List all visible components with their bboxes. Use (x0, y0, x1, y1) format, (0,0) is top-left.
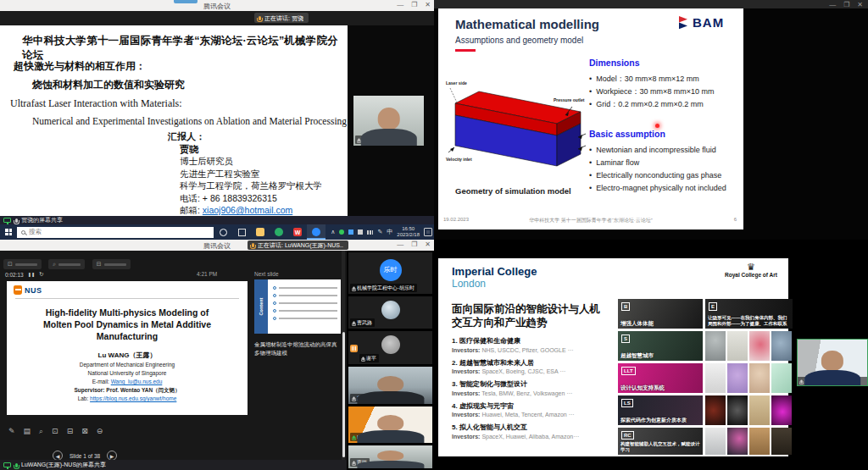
monitor-off-icon[interactable]: ⊠ (81, 427, 97, 435)
restart-timer-button[interactable]: ↻ (39, 271, 43, 278)
more-icon[interactable]: ⊖ (97, 427, 112, 435)
shared-slide-modelling: Mathematical modelling Assumptions and g… (438, 8, 743, 229)
scrollbar-thumb[interactable] (342, 332, 345, 457)
minimize-button[interactable]: — (829, 1, 836, 9)
chat-icon (275, 228, 283, 236)
lab-link[interactable]: https://blog.nus.edu.sg/yanwt/home (90, 395, 176, 401)
avatar (381, 335, 400, 354)
slide-subtitle-en-2: Numerical and Experimental Investigation… (32, 116, 347, 126)
window-controls: — ❐ ✕ (829, 1, 863, 9)
author-email-line: E-mail: Wang_lu@u.nus.edu (7, 378, 248, 386)
screen-share-banner: LuWANG(王露)-NUS的屏幕共享 (0, 460, 347, 470)
assumption-item: Laminar flow (589, 157, 726, 169)
email-link[interactable]: Wang_lu@u.nus.edu (111, 379, 163, 384)
webcam-tile-jiaxiao[interactable]: 贾骁 (353, 96, 424, 146)
presenter-phone: 电话: + 86 18839326315 (180, 192, 322, 205)
share-screen-icon (3, 462, 11, 467)
slide-footer: 19.02.2023 华中科技大学 第十一届国际青年学者“东湖论坛·云论坛” 6 (438, 217, 743, 224)
folder-icon (256, 228, 264, 236)
close-button[interactable]: ✕ (857, 1, 863, 9)
participant-tile[interactable]: 贾骁 (348, 445, 432, 468)
participant-name-label: 谢平 (359, 354, 379, 362)
lab-line: Lab: https://blog.nus.edu.sg/yanwt/home (7, 395, 248, 403)
photo-thumbnail (727, 428, 748, 455)
tray-blue-icon[interactable] (348, 229, 353, 235)
photo-thumbnail (749, 395, 770, 425)
mic-icon (353, 286, 354, 290)
display-settings-button[interactable]: ⊟ (92, 259, 131, 269)
cortana-button[interactable] (214, 224, 232, 240)
wechat-button[interactable] (270, 224, 288, 240)
nus-logo: NUS (14, 285, 42, 295)
presentation-timer: 0:02:13 ❚❚ ↻ (5, 271, 44, 278)
task-view-button[interactable] (232, 224, 251, 240)
meeting-app-button[interactable] (307, 224, 326, 240)
slide-subtitle-en-1: Ultrafast Laser Interaction with Materia… (10, 97, 182, 110)
minimize-button[interactable]: — (397, 1, 403, 9)
photo-thumbnail (705, 395, 726, 425)
slideshow-button[interactable]: ⊡ (3, 259, 42, 269)
maximize-button[interactable]: ❐ (411, 241, 417, 249)
tray-device-icon[interactable] (358, 229, 363, 235)
slide-subtitle-cn-1: 超快激光与材料的相互作用： (14, 59, 146, 74)
close-button[interactable]: ✕ (425, 241, 431, 249)
meeting-icon (312, 228, 320, 236)
maximize-button[interactable]: ❐ (411, 1, 417, 9)
geometry-diagram: Laser side Pressure outlet Velocity inle… (445, 59, 587, 185)
zoom-tool-button[interactable]: ⌕ (48, 259, 85, 269)
wps-button[interactable]: W (288, 224, 307, 240)
network-icon[interactable] (367, 230, 373, 235)
taskbar-search-input[interactable]: 搜索 (17, 227, 214, 238)
slide-title: 面向国际前沿的智能设计与人机 交互方向和产业趋势 (452, 302, 600, 330)
annotation-toolbar: ✎▤⌕⊡⊟⊠⊖ (8, 427, 111, 436)
taskbar-clock[interactable]: 16:50 2023/2/18 (397, 226, 420, 238)
close-button[interactable]: ✕ (425, 1, 431, 9)
maximize-button[interactable]: ❐ (843, 1, 849, 9)
author-details: Department of Mechanical Engineering Nat… (7, 361, 248, 403)
webcam-tile-jiangyu[interactable]: 江舆 (797, 339, 868, 386)
photo-thumbnail (727, 331, 748, 361)
hand-raised-icon (350, 345, 358, 352)
speaking-indicator: 正在讲话: 贾骁 (254, 13, 309, 23)
photo-thumbnail (705, 428, 726, 455)
imperial-logo-line2: London (452, 278, 486, 290)
slide-subtitle: Assumptions and geometry model (455, 36, 583, 45)
mic-icon (252, 243, 254, 247)
participant-tile[interactable]: 谢平 (348, 331, 432, 364)
participant-video-list: 乐时 机械学院工程中心-胡乐时 曹武路 谢平 孟祥明 LuWANG(王露)-N.… (347, 251, 434, 470)
bam-logo-icon (678, 16, 689, 30)
share-screen-icon (3, 218, 11, 223)
slide-date: 19.02.2023 (443, 217, 469, 222)
pause-timer-button[interactable]: ❚❚ (28, 272, 35, 277)
window-titlebar[interactable]: 腾讯会议 — ❐ ✕ (0, 240, 434, 251)
monitor-icon[interactable]: ⊟ (67, 427, 82, 435)
mic-icon (353, 435, 354, 439)
label-pressure-outlet: Pressure outlet (554, 97, 585, 102)
magnifier-icon[interactable]: ⌕ (39, 427, 52, 435)
photo-thumbnail (727, 363, 748, 393)
notification-center-icon[interactable] (424, 228, 432, 236)
minimize-button[interactable]: — (397, 241, 403, 249)
tray-green-icon[interactable] (339, 229, 344, 235)
trend-item: 3. 智能定制化与微型设计 Investors: Tesla, BMW, Ben… (452, 379, 615, 397)
grid-caption-tile: S 超越智慧城市 (618, 331, 703, 361)
participant-tile[interactable]: 孟祥明 (348, 367, 432, 404)
monitor-arrow-icon[interactable]: ⊡ (52, 427, 67, 435)
participant-tile[interactable]: 曹武路 (348, 296, 432, 329)
email-link[interactable]: xiaoj906@hotmail.com (203, 205, 292, 215)
file-explorer-button[interactable] (251, 224, 270, 240)
tray-expand-icon[interactable]: ∧ (331, 229, 335, 235)
tile-logo-icon: LS (621, 399, 633, 407)
participant-tile[interactable]: 乐时 机械学院工程中心-胡乐时 (348, 252, 432, 294)
windows-logo-icon (5, 229, 12, 235)
stamp-icon[interactable]: ▤ (24, 427, 40, 435)
start-button[interactable] (0, 224, 17, 240)
participant-tile[interactable]: LuWANG(王露)-N.. (348, 406, 432, 443)
next-slide-thumbnail[interactable]: Content (254, 279, 341, 334)
pen-icon[interactable]: ✎ (8, 427, 24, 435)
ime-indicator[interactable]: 中 (387, 228, 392, 236)
pen-settings-icon[interactable]: ✎ (377, 229, 382, 235)
slide-title: High-fidelity Multi-physics Modeling of … (31, 307, 224, 343)
participant-name-label: 贾骁 (350, 458, 370, 467)
window-titlebar[interactable]: 腾讯会议 — ❐ ✕ (0, 0, 434, 11)
